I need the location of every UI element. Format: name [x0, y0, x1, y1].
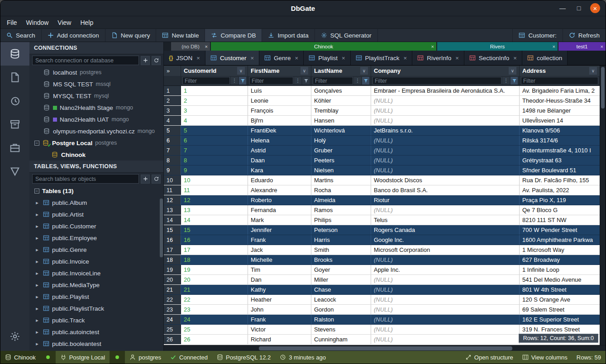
cell-customerid[interactable]: 20 — [181, 275, 248, 284]
table-item-public-artist[interactable]: ▸public.Artist — [29, 208, 163, 220]
cell-lastname[interactable]: Almeida — [311, 195, 371, 205]
row-number[interactable]: 10 — [164, 175, 181, 185]
toolbar-compare-db-button[interactable]: Compare DB — [205, 29, 262, 42]
cell-lastname[interactable]: Cunningham — [311, 335, 371, 344]
cell-company[interactable]: (NULL) — [371, 335, 520, 344]
sidebar-plugins-button[interactable] — [0, 136, 29, 160]
connection-item-nano2health-uat[interactable]: Nano2Health UATmongo — [29, 113, 163, 125]
tab-genre[interactable]: Genre× — [259, 51, 304, 65]
cell-company[interactable]: (NULL) — [371, 136, 520, 145]
cell-firstname[interactable]: Kathy — [248, 285, 311, 294]
db-tab-chinook[interactable]: Chinook× — [211, 42, 436, 51]
table-row[interactable]: 1414MarkPhilipsTelus8210 111 ST NW — [164, 215, 606, 225]
cell-lastname[interactable]: Peeters — [311, 156, 371, 165]
cell-company[interactable]: Rogers Canada — [371, 225, 520, 235]
cell-company[interactable]: Apple Inc. — [371, 265, 520, 274]
grid-corner-button[interactable]: » — [164, 66, 181, 76]
filter-input-customerid[interactable] — [182, 77, 230, 85]
menu-window[interactable]: Window — [22, 16, 53, 29]
cell-firstname[interactable]: François — [248, 106, 311, 115]
cell-address[interactable]: 700 W Pender Street — [520, 225, 600, 235]
cell-company[interactable]: Microsoft Corporation — [371, 245, 520, 255]
close-icon[interactable]: × — [205, 44, 208, 49]
tab-json[interactable]: {}JSON× — [164, 51, 205, 65]
cell-customerid[interactable]: 8 — [181, 156, 248, 165]
cell-company[interactable]: Banco do Brasil S.A. — [371, 185, 520, 195]
table-row[interactable]: 2222HeatherLeacock(NULL)120 S Orange Ave — [164, 295, 606, 305]
cell-customerid[interactable]: 16 — [181, 235, 248, 245]
connection-item-olympus-medportal-vychozi-cz[interactable]: olympus-medportal.vychozi.czmongo — [29, 125, 163, 137]
cell-lastname[interactable]: Gordon — [311, 305, 371, 314]
table-row[interactable]: 66HelenaHolý(NULL)Rilská 3174/6 — [164, 136, 606, 146]
close-icon[interactable]: × — [196, 55, 200, 61]
table-row[interactable]: 77AstridGruber(NULL)Rotenturmstraße 4, 1… — [164, 146, 606, 156]
kebab-menu-button[interactable]: ⋮ — [231, 77, 238, 85]
cell-firstname[interactable]: Luís — [248, 86, 311, 95]
table-row[interactable]: 1010EduardoMartinsWoodstock DiscosRua Dr… — [164, 175, 606, 185]
cell-lastname[interactable]: Wichterlová — [311, 126, 371, 135]
tab-sectioninfo[interactable]: SectionInfo× — [464, 51, 522, 65]
db-tab-rivers[interactable]: Rivers× — [437, 42, 558, 51]
close-icon[interactable]: × — [553, 44, 555, 49]
cell-company[interactable]: (NULL) — [371, 255, 520, 265]
cell-firstname[interactable]: Kara — [248, 165, 311, 175]
cell-customerid[interactable]: 7 — [181, 146, 248, 155]
refresh-tables-button[interactable] — [152, 175, 161, 184]
cell-firstname[interactable]: Victor — [248, 325, 311, 334]
cell-firstname[interactable]: Daan — [248, 156, 311, 165]
cell-firstname[interactable]: FrantiĐek — [248, 126, 311, 135]
cell-firstname[interactable]: Mark — [248, 215, 311, 225]
cell-customerid[interactable]: 19 — [181, 265, 248, 274]
close-icon[interactable]: × — [295, 55, 299, 61]
row-number[interactable]: 5 — [164, 126, 181, 135]
funnel-button[interactable] — [302, 77, 310, 85]
cell-company[interactable]: Embraer - Empresa Brasileira de Aeronáut… — [371, 86, 520, 95]
tables-scrollbar-thumb[interactable] — [160, 199, 163, 257]
cell-firstname[interactable]: Jack — [248, 245, 311, 255]
column-header-customerid[interactable]: CustomerId∨ — [181, 66, 248, 76]
chevron-down-icon[interactable]: ∨ — [509, 67, 516, 75]
cell-address[interactable]: 1600 Amphitheatre Parkwa — [520, 235, 600, 245]
column-header-company[interactable]: Company∨ — [371, 66, 520, 76]
row-number[interactable]: 2 — [164, 96, 181, 105]
filter-input-company[interactable] — [372, 77, 501, 85]
sidebar-history-button[interactable] — [0, 89, 29, 113]
row-number[interactable]: 1 — [164, 86, 181, 95]
tab-customer[interactable]: Customer× — [205, 51, 259, 65]
table-item-public-playlist[interactable]: ▸public.Playlist — [29, 291, 163, 303]
table-row[interactable]: 2424FrankRalston(NULL)162 E Superior Str… — [164, 315, 606, 325]
cell-company[interactable]: (NULL) — [371, 205, 520, 215]
sidebar-database-button[interactable] — [0, 42, 29, 66]
cell-company[interactable]: (NULL) — [371, 116, 520, 125]
cell-address[interactable]: 541 Del Medio Avenue — [520, 275, 600, 284]
add-table-mini-button[interactable] — [141, 175, 150, 184]
kebab-menu-button[interactable]: ⋮ — [354, 77, 361, 85]
toolbar-import-data-button[interactable]: Import data — [262, 29, 315, 42]
cell-address[interactable]: Av. Brigadeiro Faria Lima, 2 — [520, 86, 600, 95]
tab-playlisttrack[interactable]: PlaylistTrack× — [351, 51, 413, 65]
cell-lastname[interactable]: Ramos — [311, 205, 371, 215]
table-item-public-customer[interactable]: ▸public.Customer — [29, 220, 163, 232]
row-number[interactable]: 3 — [164, 106, 181, 115]
toolbar-refresh-button[interactable]: Refresh — [563, 29, 606, 42]
cell-customerid[interactable]: 3 — [181, 106, 248, 115]
cell-lastname[interactable]: Köhler — [311, 96, 371, 105]
cell-firstname[interactable]: Roberto — [248, 195, 311, 205]
table-row[interactable]: 44BjřrnHansen(NULL)Ullevĺlsveien 14 — [164, 116, 606, 126]
toolbar-add-connection-button[interactable]: Add connection — [42, 29, 105, 42]
cell-address[interactable]: 627 Broadway — [520, 255, 600, 265]
cell-customerid[interactable]: 15 — [181, 225, 248, 235]
row-number[interactable]: 9 — [164, 165, 181, 175]
kebab-menu-button[interactable]: ⋮ — [294, 77, 301, 85]
cell-customerid[interactable]: 26 — [181, 335, 248, 344]
close-icon[interactable]: × — [342, 55, 345, 61]
cell-address[interactable]: 162 E Superior Street — [520, 315, 600, 324]
toolbar-customer-button[interactable]: Customer: — [512, 29, 562, 42]
cell-firstname[interactable]: Dan — [248, 275, 311, 284]
connection-item-localhost[interactable]: localhostpostgres — [29, 66, 163, 78]
horizontal-scrollbar-thumb[interactable] — [259, 346, 512, 350]
chevron-down-icon[interactable]: ∨ — [589, 67, 597, 75]
table-item-public-album[interactable]: ▸public.Album — [29, 197, 163, 208]
table-row[interactable]: 55FrantiĐekWichterlováJetBrains s.r.o.Kl… — [164, 126, 606, 136]
cell-firstname[interactable]: Alexandre — [248, 185, 311, 195]
